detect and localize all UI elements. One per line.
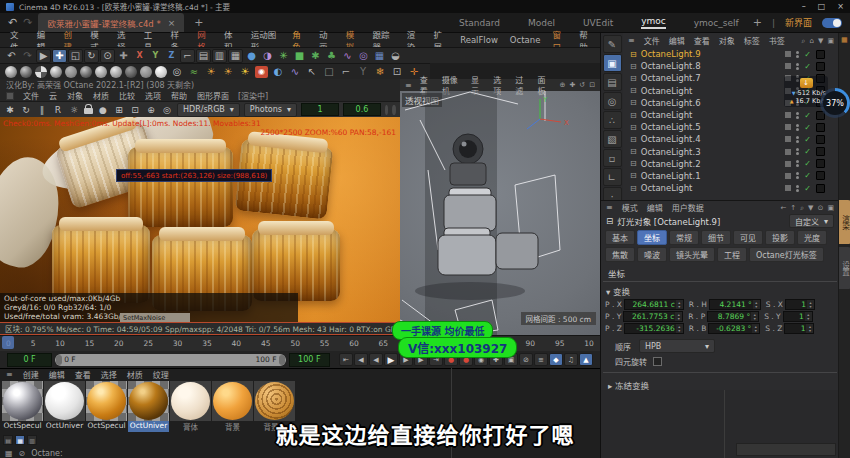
object-name[interactable]: OctaneLight — [641, 110, 693, 120]
octane-toolbar-icon[interactable] — [155, 66, 167, 78]
layer-icon[interactable] — [785, 149, 791, 155]
object-name[interactable]: OctaneLight — [641, 183, 693, 193]
enabled-check-icon[interactable]: ✓ — [804, 135, 811, 144]
object-row[interactable]: ⊟ OctaneLight ✓ — [623, 109, 839, 121]
quaternion-checkbox[interactable] — [653, 357, 662, 366]
octane-toolbar-icon[interactable]: ⌐ — [339, 65, 353, 79]
layout-tab[interactable]: ymoc — [641, 16, 666, 29]
toolbar-icon[interactable]: ▦ — [372, 49, 387, 63]
material-menu-item[interactable]: 选择 — [101, 369, 117, 380]
object-tag-icon[interactable] — [816, 123, 825, 132]
toolbar-icon[interactable]: ◒ — [388, 49, 403, 63]
attribute-tab[interactable]: 坐标 — [637, 230, 667, 245]
object-name[interactable]: OctaneLight.2 — [641, 159, 701, 169]
transport-button[interactable]: ⊘ — [519, 353, 533, 366]
close-button[interactable]: × — [837, 2, 844, 11]
octane-toolbar-icon[interactable] — [140, 66, 152, 78]
lv-tool-icon[interactable]: ∥ — [36, 104, 48, 116]
lv-tool-icon[interactable]: ✱ — [4, 104, 16, 116]
menu-icon[interactable]: ≡ — [6, 370, 13, 379]
layer-icon[interactable] — [785, 112, 791, 118]
toolbar-icon[interactable]: ↻ — [84, 49, 99, 63]
layout-tab[interactable]: ymoc_self — [694, 18, 739, 28]
timeline-playhead[interactable] — [2, 336, 14, 349]
octane-toolbar-icon[interactable]: ◎ — [170, 65, 184, 79]
octane-toolbar-icon[interactable]: ◐ — [271, 65, 285, 79]
material-thumbnail[interactable] — [2, 381, 43, 421]
toolbar-icon[interactable]: ▤ — [196, 49, 211, 63]
toolbar-icon[interactable]: X — [132, 49, 147, 63]
lv-menu-item[interactable]: 选项 — [145, 90, 161, 101]
layout-tab[interactable]: UVEdit — [583, 18, 613, 28]
toolbar-icon[interactable]: ▦ — [228, 49, 243, 63]
lv-tool-icon[interactable]: ↻ — [20, 104, 32, 116]
object-name[interactable]: OctaneLight.9 — [641, 49, 701, 59]
enabled-check-icon[interactable]: ✓ — [804, 50, 811, 59]
lv-tool-icon[interactable]: ⊞ — [113, 104, 125, 116]
coord-field[interactable]: 1 ▴▾ — [785, 299, 815, 310]
attr-menu-item[interactable]: 编辑 — [647, 202, 663, 213]
om-header-icon[interactable]: ▼ — [818, 37, 823, 45]
visibility-dots[interactable] — [796, 148, 799, 155]
attr-header-icon[interactable]: ▼ — [808, 204, 813, 212]
vertical-tab[interactable]: 设置 — [839, 247, 850, 289]
spinner-icon[interactable]: ▴▾ — [806, 324, 813, 333]
transport-button[interactable]: ◀ — [354, 353, 368, 366]
object-tag-icon[interactable] — [816, 184, 825, 193]
lv-option-icon[interactable] — [392, 105, 396, 115]
enabled-check-icon[interactable]: ✓ — [804, 147, 811, 156]
toolbar-icon[interactable]: ✱ — [308, 49, 323, 63]
toolbar-icon[interactable]: ◱ — [68, 49, 83, 63]
octane-render-view[interactable]: Check0:0ms. MeshGen:0ms. Update[L]:0ms. … — [0, 117, 400, 322]
visibility-dots[interactable] — [796, 185, 799, 192]
collapse-icon[interactable]: ▾ — [606, 287, 610, 297]
menu-icon[interactable]: ≡ — [405, 81, 412, 90]
object-name[interactable]: OctaneLight.4 — [641, 134, 701, 144]
viewport-header-icon[interactable]: ⊕ — [560, 81, 566, 89]
material-menu-item[interactable]: 查看 — [75, 369, 91, 380]
layer-icon[interactable] — [785, 136, 791, 142]
transport-button[interactable]: ▶ — [384, 353, 398, 366]
add-layout-button[interactable]: + — [753, 16, 762, 29]
spinner-icon[interactable]: ▴▾ — [805, 312, 812, 321]
vertical-tab[interactable]: 渲染 — [839, 200, 850, 244]
material-menu-item[interactable]: 纹理 — [153, 369, 169, 380]
attribute-tab[interactable]: 噪波 — [637, 247, 667, 262]
maximize-button[interactable]: □ — [818, 2, 826, 11]
mode-icon[interactable]: ▣ — [603, 54, 622, 72]
transport-button[interactable]: ◀ — [369, 353, 383, 366]
octane-toolbar-icon[interactable] — [125, 66, 137, 78]
mode-icon[interactable]: ◎ — [603, 92, 622, 110]
attribute-tab[interactable]: 投影 — [765, 230, 795, 245]
octane-toolbar-icon[interactable]: ☀ — [221, 65, 235, 79]
object-tag-icon[interactable] — [816, 135, 825, 144]
exposure-field[interactable]: 0.6 — [343, 103, 381, 116]
object-tag-icon[interactable] — [816, 171, 825, 180]
attribute-tab[interactable]: 光度 — [797, 230, 827, 245]
octane-toolbar-icon[interactable] — [50, 66, 62, 78]
lv-option-icon[interactable] — [385, 105, 389, 115]
visibility-dots[interactable] — [796, 160, 799, 167]
layout-grid-icon[interactable]: ▦ — [841, 36, 848, 44]
lv-tool-icon[interactable]: ☼ — [68, 104, 80, 116]
order-dropdown[interactable]: HPB ▾ — [639, 339, 715, 353]
coord-field[interactable]: 8.7869 ° ▴▾ — [707, 311, 759, 322]
toolbar-icon[interactable]: ▶ — [36, 49, 51, 63]
attr-menu-item[interactable]: 模式 — [622, 202, 638, 213]
object-row[interactable]: ⊟ OctaneLight.8 ✓ — [623, 60, 839, 72]
object-row[interactable]: ⊟ OctaneLight ✓ — [623, 182, 839, 194]
coord-field[interactable]: 1 ▴▾ — [784, 323, 814, 334]
layer-icon[interactable] — [785, 51, 791, 57]
material-thumbnail[interactable] — [170, 381, 211, 421]
octane-toolbar-icon[interactable] — [95, 66, 107, 78]
new-interface-button[interactable]: 新界面 — [785, 16, 812, 29]
attribute-tab[interactable]: 焦散 — [605, 247, 635, 262]
octane-toolbar-icon[interactable]: Y — [356, 65, 370, 79]
object-name[interactable]: OctaneLight.6 — [641, 98, 701, 108]
octane-toolbar-icon[interactable] — [65, 66, 77, 78]
end-frame-field[interactable]: 100 F — [289, 353, 330, 367]
transport-button[interactable]: ▲ — [579, 353, 593, 366]
perspective-viewport[interactable]: ≡ 查看摄像机显示选项过滤面板 ⊕✚↺⊡ 透视视图 — [400, 79, 600, 335]
octane-toolbar-icon[interactable] — [80, 66, 92, 78]
toolbar-icon[interactable]: ◑ — [260, 49, 275, 63]
